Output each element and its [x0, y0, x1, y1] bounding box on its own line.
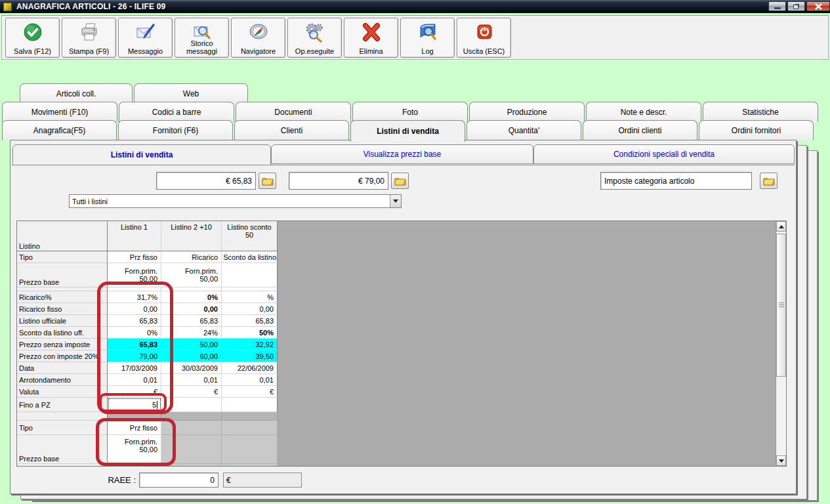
- grid-cell[interactable]: 0,01: [108, 374, 161, 386]
- log-button[interactable]: Log: [400, 18, 455, 58]
- scrollbar-up-button[interactable]: [776, 221, 786, 232]
- grid-cell[interactable]: Sconto da listino: [222, 251, 278, 263]
- grid-cell[interactable]: 0,01: [161, 374, 222, 386]
- grid-cell[interactable]: 79,00: [108, 350, 161, 362]
- tab-label: Quantita': [508, 126, 540, 135]
- grid-cell-line[interactable]: 50,00: [199, 275, 218, 283]
- column-header[interactable]: Listino sconto: [227, 223, 271, 231]
- column-header[interactable]: 50: [245, 231, 253, 239]
- grid-cell[interactable]: 0,01: [222, 374, 278, 386]
- tab-produzione[interactable]: Produzione: [469, 102, 585, 122]
- subtab-visualizza-prezzi-base[interactable]: Visualizza prezzi base: [271, 144, 533, 164]
- tab-label: Documenti: [274, 108, 312, 117]
- exit-button[interactable]: Uscita (ESC): [457, 18, 511, 58]
- grid-cell[interactable]: 0,00: [108, 303, 161, 315]
- tab-quantita[interactable]: Quantita': [467, 120, 581, 140]
- tab-documenti[interactable]: Documenti: [236, 102, 351, 122]
- subtab-condizioni-speciali[interactable]: Condizioni speciali di vendita: [533, 144, 795, 164]
- grid-cell[interactable]: 20%: [108, 464, 161, 467]
- close-button[interactable]: [806, 1, 830, 11]
- grid-cell[interactable]: 0,00: [222, 303, 278, 315]
- tab-fornitori[interactable]: Fornitori (F6): [118, 120, 233, 140]
- grid-cell-line[interactable]: 50,00: [139, 275, 157, 283]
- print-button[interactable]: Stampa (F9): [62, 18, 116, 58]
- fino-a-pz-input-cell[interactable]: 5: [108, 398, 161, 412]
- grid-cell-line[interactable]: Forn.prim.: [125, 438, 157, 446]
- grid-cell[interactable]: 22/06/2009: [222, 362, 278, 374]
- official-price-net-field[interactable]: € 65,83: [156, 172, 256, 190]
- tab-clienti[interactable]: Clienti: [234, 120, 349, 140]
- navigator-button[interactable]: Navigatore: [231, 18, 285, 58]
- grid-cell[interactable]: Prz fisso: [108, 251, 161, 263]
- grid-cell[interactable]: Ricarico: [161, 251, 222, 263]
- grid-cell[interactable]: €: [108, 386, 161, 398]
- official-price-gross-field[interactable]: € 79,00: [289, 172, 388, 190]
- executed-operations-button[interactable]: Op.eseguite: [287, 18, 342, 58]
- grid-cell: [161, 435, 222, 464]
- grid-cell[interactable]: 30/03/2009: [161, 362, 222, 374]
- tab-anagrafica[interactable]: Anagrafica(F5): [2, 120, 117, 140]
- row-label: Prezzo base: [17, 263, 108, 287]
- grid-cell[interactable]: 0%: [161, 291, 222, 303]
- column-header[interactable]: Listino 1: [108, 221, 161, 251]
- tab-web[interactable]: Web: [134, 83, 248, 104]
- grid-cell[interactable]: 65,83: [108, 315, 161, 327]
- grid-cell[interactable]: 0,00: [161, 303, 222, 315]
- tab-movimenti[interactable]: Movimenti (F10): [2, 102, 117, 122]
- tab-articoli-coll[interactable]: Articoli coll.: [20, 83, 133, 104]
- save-button[interactable]: Salva (F12): [5, 18, 60, 58]
- grid-cell[interactable]: 60,00: [161, 350, 222, 362]
- tab-codici-a-barre[interactable]: Codici a barre: [119, 102, 234, 122]
- row-label: Fino a PZ: [17, 398, 108, 412]
- grid-cell[interactable]: [222, 263, 278, 287]
- taxes-field[interactable]: Imposte categoria articolo: [600, 172, 752, 190]
- message-history-button[interactable]: Storico messaggi: [175, 18, 229, 58]
- grid-cell[interactable]: 65,83: [161, 315, 222, 327]
- grid-cell-line[interactable]: Forn.prim.: [185, 267, 218, 275]
- grid-cell-line[interactable]: Forn.prim.: [125, 267, 157, 275]
- grid-cell[interactable]: 24%: [161, 327, 222, 339]
- grid-header-row: Listino Listino 1 Listino 2 +10 Listino …: [17, 221, 278, 251]
- grid-cell[interactable]: €: [222, 386, 278, 398]
- subtab-listini-di-vendita[interactable]: Listini di vendita: [12, 144, 271, 165]
- delete-button[interactable]: Elimina: [344, 18, 398, 58]
- grid-cell[interactable]: [222, 398, 278, 412]
- dropdown-button[interactable]: [390, 195, 401, 207]
- tab-label: Articoli coll.: [56, 89, 96, 98]
- button-label: Navigatore: [241, 47, 276, 55]
- minimize-button[interactable]: [768, 1, 786, 11]
- price-gross-lookup-button[interactable]: [391, 173, 409, 189]
- grid-cell[interactable]: 39,50: [222, 350, 278, 362]
- grid-cell[interactable]: 17/03/2009: [108, 362, 161, 374]
- tab-ordini-clienti[interactable]: Ordini clienti: [583, 120, 697, 140]
- tab-foto[interactable]: Foto: [352, 102, 468, 122]
- tab-listini-di-vendita[interactable]: Listini di vendita: [350, 120, 465, 142]
- tab-note-e-descr[interactable]: Note e descr.: [586, 102, 701, 122]
- scrollbar-thumb[interactable]: [776, 234, 786, 377]
- tab-statistiche[interactable]: Statistiche: [703, 102, 818, 122]
- grid-row-tipo: Tipo Prz fisso Ricarico Sconto da listin…: [17, 251, 278, 263]
- grid-cell[interactable]: 65,83: [108, 339, 161, 350]
- grid-cell[interactable]: 0%: [108, 327, 161, 339]
- grid-cell[interactable]: [161, 398, 222, 412]
- message-button[interactable]: Messaggio: [118, 18, 173, 58]
- vertical-scrollbar[interactable]: [776, 221, 786, 466]
- grid-cell[interactable]: 50%: [222, 327, 278, 339]
- taxes-lookup-button[interactable]: [760, 173, 778, 189]
- raee-input[interactable]: 0: [139, 472, 218, 488]
- grid-cell-line[interactable]: 50,00: [139, 446, 157, 453]
- grid-cell[interactable]: Prz fisso: [108, 421, 161, 435]
- grid-cell[interactable]: %: [222, 291, 278, 303]
- grid-cell[interactable]: €: [161, 386, 222, 398]
- grid-cell[interactable]: 31,7%: [108, 291, 161, 303]
- listino-dropdown[interactable]: Tutti i listini: [69, 194, 402, 208]
- price-net-lookup-button[interactable]: [259, 173, 276, 189]
- grid-cell[interactable]: 65,83: [222, 315, 278, 327]
- grid-cell[interactable]: 32,92: [222, 339, 278, 350]
- restore-button[interactable]: [787, 1, 805, 11]
- column-header[interactable]: Listino 2 +10: [161, 221, 222, 251]
- grid-cell[interactable]: 50,00: [161, 339, 222, 350]
- scrollbar-down-button[interactable]: [776, 455, 786, 466]
- subtab-label: Listini di vendita: [111, 150, 173, 159]
- tab-ordini-fornitori[interactable]: Ordini fornitori: [699, 120, 814, 140]
